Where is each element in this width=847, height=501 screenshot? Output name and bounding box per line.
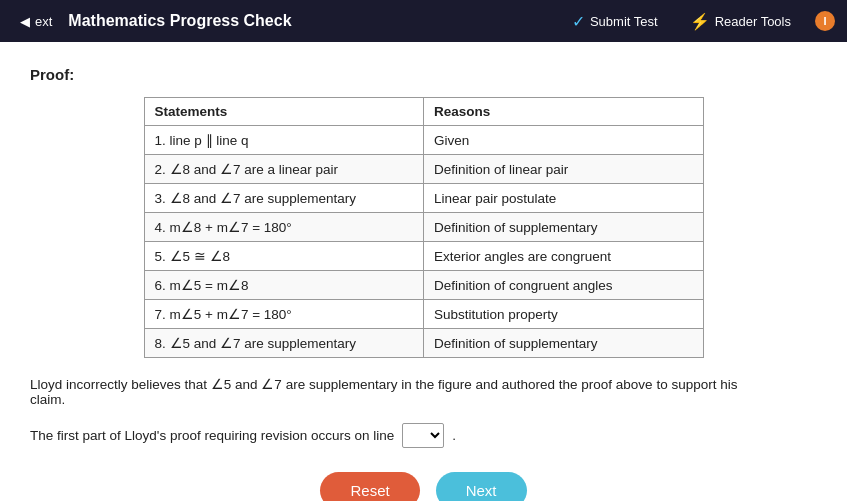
statement-cell: 1. line p ∥ line q: [144, 126, 424, 155]
page-title: Mathematics Progress Check: [68, 12, 291, 30]
buttons-row: Reset Next: [30, 472, 817, 501]
statement-cell: 6. m∠5 = m∠8: [144, 271, 424, 300]
reason-cell: Definition of linear pair: [424, 155, 704, 184]
table-row: 8. ∠5 and ∠7 are supplementaryDefinition…: [144, 329, 703, 358]
statement-cell: 4. m∠8 + m∠7 = 180°: [144, 213, 424, 242]
back-arrow-icon: ◀: [20, 14, 30, 29]
reason-cell: Given: [424, 126, 704, 155]
next-button[interactable]: Next: [436, 472, 527, 501]
topbar-right: ✓ Submit Test ⚡ Reader Tools I: [564, 8, 835, 35]
table-row: 1. line p ∥ line qGiven: [144, 126, 703, 155]
info-badge[interactable]: I: [815, 11, 835, 31]
proof-table-wrapper: Statements Reasons 1. line p ∥ line qGiv…: [30, 97, 817, 358]
statement-cell: 7. m∠5 + m∠7 = 180°: [144, 300, 424, 329]
statement-cell: 3. ∠8 and ∠7 are supplementary: [144, 184, 424, 213]
statement-cell: 5. ∠5 ≅ ∠8: [144, 242, 424, 271]
col-header-statements: Statements: [144, 98, 424, 126]
table-row: 6. m∠5 = m∠8Definition of congruent angl…: [144, 271, 703, 300]
line-number-select[interactable]: 12345678: [402, 423, 444, 448]
reader-label: Reader Tools: [715, 14, 791, 29]
reason-cell: Substitution property: [424, 300, 704, 329]
submit-label: Submit Test: [590, 14, 658, 29]
reason-cell: Exterior angles are congruent: [424, 242, 704, 271]
col-header-reasons: Reasons: [424, 98, 704, 126]
topbar: ◀ ext Mathematics Progress Check ✓ Submi…: [0, 0, 847, 42]
dropdown-suffix: .: [452, 428, 456, 443]
reason-cell: Linear pair postulate: [424, 184, 704, 213]
reader-tools-button[interactable]: ⚡ Reader Tools: [682, 8, 799, 35]
reset-button[interactable]: Reset: [320, 472, 419, 501]
back-button[interactable]: ◀ ext: [12, 10, 60, 33]
table-row: 7. m∠5 + m∠7 = 180°Substitution property: [144, 300, 703, 329]
submit-icon: ✓: [572, 12, 585, 31]
statement-cell: 8. ∠5 and ∠7 are supplementary: [144, 329, 424, 358]
reason-cell: Definition of congruent angles: [424, 271, 704, 300]
table-row: 3. ∠8 and ∠7 are supplementaryLinear pai…: [144, 184, 703, 213]
topbar-left: ◀ ext Mathematics Progress Check: [12, 10, 552, 33]
statement-cell: 2. ∠8 and ∠7 are a linear pair: [144, 155, 424, 184]
table-row: 5. ∠5 ≅ ∠8Exterior angles are congruent: [144, 242, 703, 271]
submit-test-button[interactable]: ✓ Submit Test: [564, 8, 666, 35]
dropdown-prefix-label: The first part of Lloyd's proof requirin…: [30, 428, 394, 443]
reason-cell: Definition of supplementary: [424, 213, 704, 242]
proof-table: Statements Reasons 1. line p ∥ line qGiv…: [144, 97, 704, 358]
reason-cell: Definition of supplementary: [424, 329, 704, 358]
info-label: I: [823, 15, 826, 27]
main-content: Proof: Statements Reasons 1. line p ∥ li…: [0, 42, 847, 501]
table-row: 4. m∠8 + m∠7 = 180°Definition of supplem…: [144, 213, 703, 242]
summary-text: Lloyd incorrectly believes that ∠5 and ∠…: [30, 376, 750, 407]
proof-label: Proof:: [30, 66, 817, 83]
table-row: 2. ∠8 and ∠7 are a linear pairDefinition…: [144, 155, 703, 184]
dropdown-row: The first part of Lloyd's proof requirin…: [30, 423, 817, 448]
reader-icon: ⚡: [690, 12, 710, 31]
back-label: ext: [35, 14, 52, 29]
